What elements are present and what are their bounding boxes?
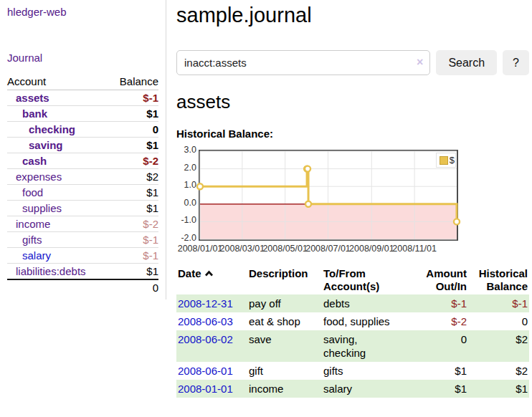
x-axis-tick-label: 2008/05/01 xyxy=(262,244,308,254)
register-header-description: Description xyxy=(247,266,322,294)
transaction-balance: $-1 xyxy=(468,294,529,312)
register-header-date[interactable]: Date xyxy=(176,266,247,294)
account-balance: $-1 xyxy=(108,232,158,248)
account-link-checking[interactable]: checking xyxy=(29,123,75,135)
y-axis-tick-label: -1.0 xyxy=(176,215,196,226)
accounts-header-balance: Balance xyxy=(108,74,158,90)
account-balance: $-2 xyxy=(108,153,158,169)
app-title-link[interactable]: hledger-web xyxy=(7,6,158,19)
x-axis-tick-label: 2008/03/01 xyxy=(220,244,265,254)
transaction-date-link[interactable]: 2008-06-03 xyxy=(178,315,233,327)
register-header-accounts: To/From Account(s) xyxy=(322,266,405,294)
transaction-description: eat & shop xyxy=(247,312,322,330)
account-link-supplies[interactable]: supplies xyxy=(22,202,62,214)
sidebar: hledger-web Journal Account Balance asse… xyxy=(0,0,166,299)
accounts-table: Account Balance assets$-1bank$1checking0… xyxy=(7,74,158,295)
sidebar-item-journal[interactable]: Journal xyxy=(7,52,158,64)
account-balance: $1 xyxy=(108,185,158,201)
account-link-gifts[interactable]: gifts xyxy=(22,234,42,246)
account-row: income$-2 xyxy=(7,216,158,232)
account-row: supplies$1 xyxy=(7,201,158,216)
main-content: sample.journal × Search ? assets Histori… xyxy=(176,0,532,398)
x-axis-tick-label: 2008/11/01 xyxy=(392,244,437,254)
register-table: Date Description To/From Account(s) Amou… xyxy=(176,266,529,398)
account-row: food$1 xyxy=(7,185,158,201)
register-header-balance: Historical Balance xyxy=(468,266,529,294)
transaction-accounts: gifts xyxy=(322,362,405,380)
transaction-description: save xyxy=(247,330,322,362)
transaction-description: pay off xyxy=(247,294,322,312)
transaction-balance: $2 xyxy=(468,362,529,380)
page-title: sample.journal xyxy=(176,3,532,27)
account-link-liabilities-debts[interactable]: liabilities:debts xyxy=(16,265,86,277)
account-row: cash$-2 xyxy=(7,153,158,169)
account-row: salary$-1 xyxy=(7,248,158,264)
transaction-date-link[interactable]: 2008-12-31 xyxy=(178,297,233,310)
y-axis-tick-label: 1.0 xyxy=(176,180,196,191)
register-header-amount: Amount Out/In xyxy=(405,266,468,294)
chart-canvas xyxy=(200,151,457,239)
transaction-amount: $-2 xyxy=(405,312,468,330)
register-row: 2008-01-01incomesalary$1$1 xyxy=(176,380,529,398)
account-balance: $1 xyxy=(108,264,158,280)
transaction-amount: $1 xyxy=(405,380,468,398)
account-balance: $1 xyxy=(108,201,158,216)
accounts-header-row: Account Balance xyxy=(7,74,158,90)
account-row: bank$1 xyxy=(7,106,158,122)
account-balance: 0 xyxy=(108,122,158,138)
transaction-date-link[interactable]: 2008-06-02 xyxy=(178,333,233,345)
historical-balance-chart: $ 3.02.01.00.0-1.0-2.0 2008/01/012008/03… xyxy=(176,148,460,254)
account-balance: $-2 xyxy=(108,216,158,232)
chart-title: Historical Balance: xyxy=(176,128,532,140)
account-link-salary[interactable]: salary xyxy=(22,249,51,262)
search-form: × Search ? xyxy=(176,50,529,75)
legend-series-label: $ xyxy=(450,155,455,166)
chart-plot-area: $ xyxy=(199,150,458,241)
sort-ascending-icon xyxy=(204,270,214,277)
chart-legend: $ xyxy=(436,153,456,168)
account-link-bank[interactable]: bank xyxy=(22,107,47,120)
account-balance: $1 xyxy=(108,106,158,122)
y-axis-tick-label: -2.0 xyxy=(176,233,196,244)
transaction-balance: 0 xyxy=(468,312,529,330)
account-link-expenses[interactable]: expenses xyxy=(16,171,62,183)
transaction-accounts: debts xyxy=(322,294,405,312)
transaction-accounts: food, supplies xyxy=(322,312,405,330)
transaction-amount: 0 xyxy=(405,330,468,362)
transaction-balance: $2 xyxy=(468,330,529,362)
account-row: assets$-1 xyxy=(7,90,158,106)
account-row: gifts$-1 xyxy=(7,232,158,248)
account-row: expenses$2 xyxy=(7,169,158,185)
account-row: saving$1 xyxy=(7,138,158,153)
search-input[interactable] xyxy=(176,50,430,75)
transaction-amount: $1 xyxy=(405,362,468,380)
account-row: liabilities:debts$1 xyxy=(7,264,158,280)
y-axis-tick-label: 2.0 xyxy=(176,163,196,173)
x-axis-tick-label: 2008/07/01 xyxy=(305,244,351,254)
account-link-food[interactable]: food xyxy=(22,186,43,198)
account-heading: assets xyxy=(176,92,532,112)
account-balance: $-1 xyxy=(108,248,158,264)
register-header-row: Date Description To/From Account(s) Amou… xyxy=(176,266,529,294)
transaction-description: income xyxy=(247,380,322,398)
register-row: 2008-06-01giftgifts$1$2 xyxy=(176,362,529,380)
search-button[interactable]: Search xyxy=(436,50,497,75)
x-axis-tick-label: 2008/01/01 xyxy=(178,244,223,254)
account-link-saving[interactable]: saving xyxy=(29,139,63,151)
account-link-cash[interactable]: cash xyxy=(22,155,47,167)
account-balance: $-1 xyxy=(108,90,158,106)
accounts-header-account: Account xyxy=(7,74,108,90)
clear-search-icon[interactable]: × xyxy=(417,57,423,68)
transaction-accounts: salary xyxy=(322,380,405,398)
account-link-assets[interactable]: assets xyxy=(16,92,49,104)
y-axis-tick-label: 3.0 xyxy=(176,145,196,155)
help-button[interactable]: ? xyxy=(503,50,529,75)
account-balance: $1 xyxy=(108,138,158,153)
accounts-total-row: 0 xyxy=(7,279,158,295)
transaction-date-link[interactable]: 2008-01-01 xyxy=(178,383,233,395)
x-axis-tick-label: 2008/09/01 xyxy=(349,244,394,254)
transaction-accounts: saving, checking xyxy=(322,330,405,362)
transaction-amount: $-1 xyxy=(405,294,468,312)
account-link-income[interactable]: income xyxy=(16,218,50,230)
transaction-date-link[interactable]: 2008-06-01 xyxy=(178,365,233,377)
